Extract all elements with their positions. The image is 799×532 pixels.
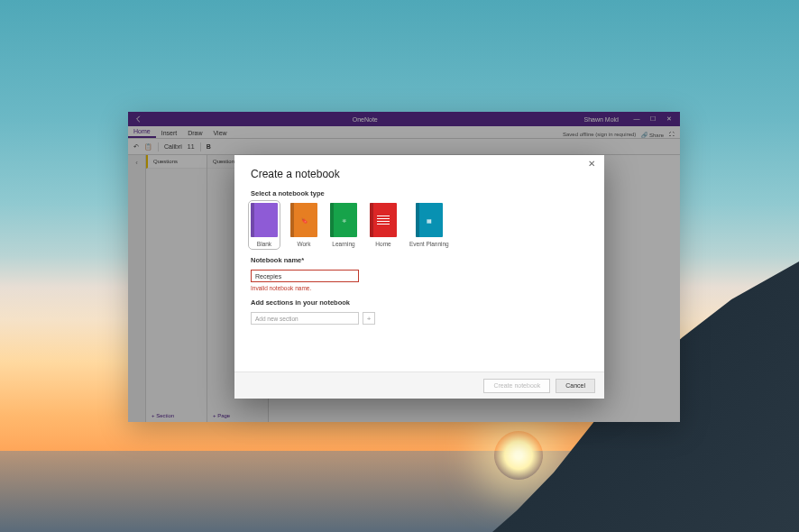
notebook-type-home[interactable]: Home (370, 203, 397, 247)
notebook-type-list: Blank 🔖 Work ⚛ Learning (251, 203, 588, 247)
create-notebook-button[interactable]: Create notebook (483, 379, 550, 393)
add-section-plus-button[interactable]: + (363, 312, 375, 325)
type-label: Select a notebook type (251, 189, 588, 197)
add-section-input[interactable]: Add new section (251, 312, 359, 325)
cancel-button[interactable]: Cancel (556, 379, 595, 393)
wallpaper-sun (494, 431, 543, 480)
dialog-close-button[interactable]: ✕ (584, 159, 599, 173)
name-error: Invalid notebook name. (251, 285, 588, 291)
onenote-window: OneNote Shawn Mold — ☐ ✕ Home Insert Dra… (128, 112, 680, 422)
bookmark-icon: 🔖 (301, 217, 308, 224)
notebook-type-learning[interactable]: ⚛ Learning (330, 203, 357, 247)
book-icon-blank (251, 203, 278, 237)
dialog-title: Create a notebook (251, 168, 588, 180)
notebook-type-blank[interactable]: Blank (251, 203, 278, 247)
sections-label: Add sections in your notebook (251, 298, 588, 307)
book-icon-work: 🔖 (290, 203, 317, 237)
book-icon-home (370, 203, 397, 237)
calendar-icon: ▦ (427, 217, 432, 224)
book-icon-learning: ⚛ (330, 203, 357, 237)
notebook-type-event-planning[interactable]: ▦ Event Planning (409, 203, 449, 247)
dialog-footer: Create notebook Cancel (234, 371, 604, 399)
name-label: Notebook name* (251, 256, 588, 264)
desktop-wallpaper: OneNote Shawn Mold — ☐ ✕ Home Insert Dra… (0, 0, 799, 532)
notebook-name-input[interactable]: Recepies (251, 270, 359, 282)
atom-icon: ⚛ (342, 217, 346, 224)
checklist-icon (377, 214, 390, 226)
create-notebook-dialog: ✕ Create a notebook Select a notebook ty… (234, 155, 604, 399)
book-icon-event: ▦ (416, 203, 443, 237)
notebook-type-work[interactable]: 🔖 Work (290, 203, 317, 247)
